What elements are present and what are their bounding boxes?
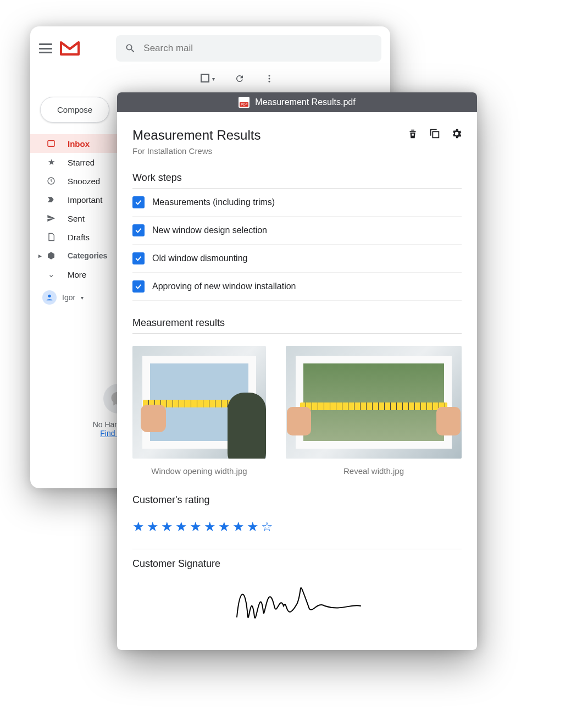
star-filled[interactable]: ★ — [132, 519, 145, 534]
gmail-toolbar: ▾ — [30, 67, 390, 88]
checkbox-checked[interactable] — [132, 196, 145, 208]
avatar — [42, 290, 57, 305]
work-step-label: New window design selection — [152, 225, 267, 235]
gear-icon[interactable] — [451, 128, 463, 140]
image-block: Reveal width.jpg — [286, 346, 462, 476]
images-row: Window opening width.jpg Reveal width.jp… — [132, 346, 462, 476]
sidebar-item-label: Sent — [68, 214, 85, 223]
star-filled[interactable]: ★ — [175, 519, 187, 534]
sidebar-item-label: Categories — [68, 251, 107, 260]
pdf-toolbar — [407, 128, 463, 140]
signature-image — [231, 573, 363, 628]
menu-icon[interactable] — [39, 43, 52, 53]
draft-icon — [46, 231, 57, 242]
star-filled[interactable]: ★ — [147, 519, 159, 534]
image-block: Window opening width.jpg — [132, 346, 266, 476]
pdf-icon — [239, 97, 250, 108]
sidebar-item-label: Important — [68, 195, 102, 205]
caret-icon: ▾ — [81, 295, 84, 301]
work-step-row: Old window dismounting — [132, 245, 462, 273]
work-step-label: Measurements (including trims) — [152, 197, 275, 207]
select-checkbox[interactable]: ▾ — [201, 74, 215, 84]
checkbox-checked[interactable] — [132, 224, 145, 236]
checkbox-checked[interactable] — [132, 252, 145, 264]
chevron-down-icon: ⌄ — [46, 269, 57, 280]
rating-title: Customer's rating — [132, 494, 462, 510]
image-caption: Reveal width.jpg — [286, 466, 462, 476]
compose-button[interactable]: Compose — [40, 97, 109, 123]
pdf-titlebar: Measurement Results.pdf — [117, 92, 477, 112]
work-step-row: Measurements (including trims) — [132, 189, 462, 217]
svg-point-2 — [269, 78, 270, 80]
star-filled[interactable]: ★ — [190, 519, 202, 534]
star-filled[interactable]: ★ — [232, 519, 245, 534]
pdf-filename: Measurement Results.pdf — [255, 97, 355, 107]
sidebar-item-label: Snoozed — [68, 177, 100, 186]
star-filled[interactable]: ★ — [161, 519, 173, 534]
sidebar-item-label: More — [68, 270, 86, 279]
clock-icon — [46, 175, 57, 186]
sidebar-item-label: Drafts — [68, 233, 90, 242]
pdf-subtitle: For Installation Crews — [132, 146, 462, 156]
pdf-card: Measurement Results.pdf Measurement Resu… — [117, 92, 477, 650]
sidebar-item-label: Inbox — [68, 139, 90, 148]
star-icon: ★ — [46, 157, 57, 168]
signature-title: Customer Signature — [132, 558, 462, 570]
work-steps-title: Work steps — [132, 172, 462, 189]
work-step-label: Old window dismounting — [152, 253, 247, 263]
gmail-header — [30, 26, 390, 67]
svg-rect-0 — [201, 74, 209, 82]
tag-icon — [46, 250, 57, 261]
inbox-icon — [46, 138, 57, 149]
search-input[interactable] — [143, 43, 373, 54]
svg-rect-7 — [412, 134, 414, 136]
star-filled[interactable]: ★ — [204, 519, 216, 534]
signature-block: Customer Signature — [132, 558, 462, 630]
sidebar-item-label: Starred — [68, 158, 95, 167]
star-empty[interactable]: ☆ — [261, 519, 273, 534]
star-filled[interactable]: ★ — [247, 519, 259, 534]
svg-point-6 — [48, 295, 51, 297]
search-icon — [125, 42, 136, 54]
svg-point-3 — [269, 81, 270, 82]
work-step-label: Approving of new window installation — [152, 282, 296, 291]
image-caption: Window opening width.jpg — [132, 466, 266, 476]
svg-point-1 — [269, 75, 270, 76]
refresh-icon[interactable] — [235, 74, 245, 84]
more-icon[interactable] — [264, 74, 274, 84]
results-title: Measurement results — [132, 317, 462, 334]
svg-rect-8 — [433, 131, 439, 137]
gmail-logo — [60, 41, 80, 56]
checkbox-checked[interactable] — [132, 280, 145, 293]
image-thumbnail[interactable] — [132, 346, 266, 459]
user-row[interactable]: Igor ▾ — [42, 290, 84, 305]
work-step-row: Approving of new window installation — [132, 273, 462, 301]
copy-icon[interactable] — [429, 128, 441, 140]
rating-stars[interactable]: ★ ★ ★ ★ ★ ★ ★ ★ ★ ☆ — [132, 519, 462, 534]
important-icon — [46, 194, 57, 205]
image-thumbnail[interactable] — [286, 346, 462, 459]
user-name: Igor — [62, 293, 75, 302]
send-icon — [46, 213, 57, 224]
delete-icon[interactable] — [407, 128, 419, 140]
star-filled[interactable]: ★ — [218, 519, 230, 534]
work-step-row: New window design selection — [132, 217, 462, 245]
search-box[interactable] — [116, 35, 381, 62]
